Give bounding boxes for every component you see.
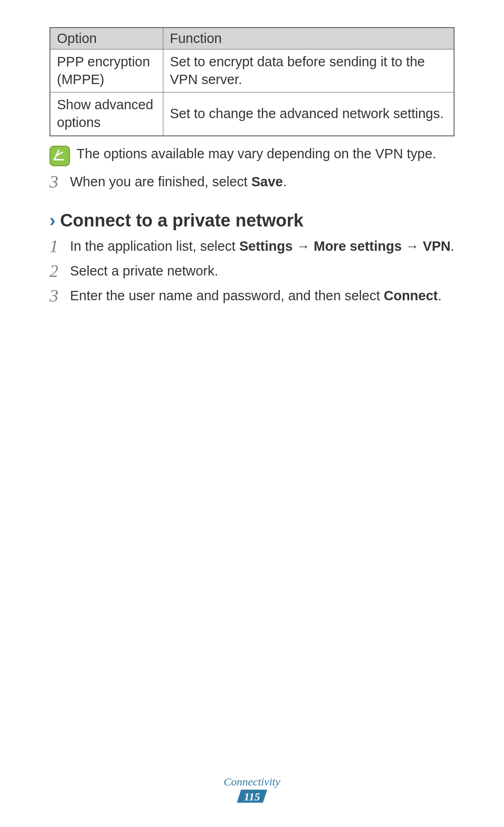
- page-footer: Connectivity 115: [0, 776, 504, 804]
- svg-rect-0: [50, 146, 70, 166]
- note-text: The options available may vary depending…: [77, 145, 436, 163]
- page-number-badge: 115: [239, 788, 265, 804]
- page-content: Option Function PPP encryption (MPPE) Se…: [0, 0, 504, 305]
- options-table: Option Function PPP encryption (MPPE) Se…: [49, 27, 455, 136]
- note-block: The options available may vary depending…: [49, 145, 455, 166]
- step-text: In the application list, select Settings…: [70, 237, 455, 255]
- note-icon: [49, 146, 70, 166]
- function-cell: Set to encrypt data before sending it to…: [163, 49, 454, 92]
- step-number: 3: [49, 173, 70, 191]
- step-text: Enter the user name and password, and th…: [70, 287, 455, 305]
- table-row: PPP encryption (MPPE) Set to encrypt dat…: [50, 49, 454, 92]
- table-header-option: Option: [50, 28, 163, 49]
- option-cell: PPP encryption (MPPE): [50, 49, 163, 92]
- footer-category: Connectivity: [0, 776, 504, 788]
- chevron-right-icon: ›: [49, 211, 56, 231]
- step-number: 1: [49, 237, 70, 255]
- option-cell: Show advanced options: [50, 92, 163, 136]
- step-item: 1 In the application list, select Settin…: [49, 237, 455, 255]
- step-number: 2: [49, 262, 70, 280]
- function-cell: Set to change the advanced network setti…: [163, 92, 454, 136]
- step-item: 2 Select a private network.: [49, 262, 455, 280]
- step-text: Select a private network.: [70, 262, 455, 280]
- page-number: 115: [239, 790, 265, 804]
- table-row: Show advanced options Set to change the …: [50, 92, 454, 136]
- step-item: 3 When you are finished, select Save.: [49, 173, 455, 191]
- step-number: 3: [49, 287, 70, 304]
- section-title: Connect to a private network: [60, 211, 304, 231]
- step-item: 3 Enter the user name and password, and …: [49, 287, 455, 305]
- table-header-function: Function: [163, 28, 454, 49]
- section-heading: › Connect to a private network: [49, 211, 455, 231]
- step-text: When you are finished, select Save.: [70, 173, 455, 191]
